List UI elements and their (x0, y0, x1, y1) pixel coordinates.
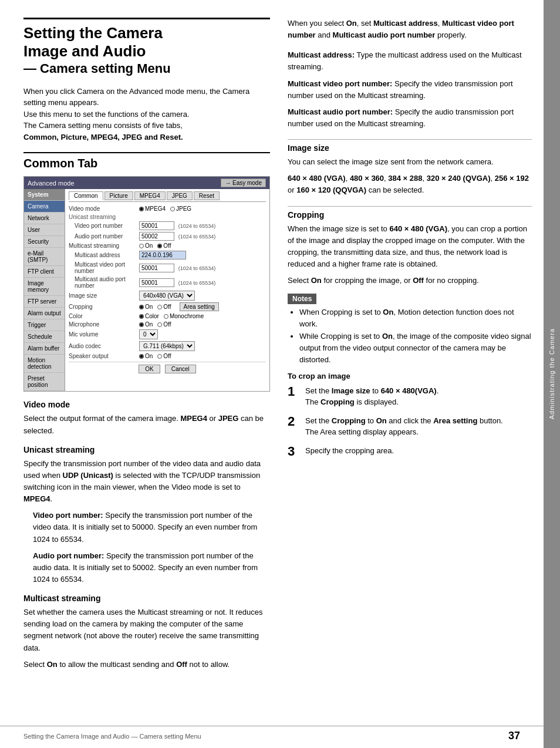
radio-monochrome[interactable]: Monochrome (164, 313, 204, 319)
page-number: 37 (508, 730, 520, 742)
multicast-video-port-desc: Multicast video port number: Specify the… (288, 78, 532, 102)
multicast-streaming-row: Multicast streaming On Off (69, 242, 266, 249)
footer-text: Setting the Camera Image and Audio — Cam… (23, 733, 201, 740)
radio-cropping-off[interactable]: Off (157, 304, 171, 310)
cropping-section: Cropping When the image size is set to 6… (288, 206, 532, 458)
tab-reset[interactable]: Reset (194, 191, 220, 200)
notes-list: When Cropping is set to On, Motion detec… (288, 306, 532, 366)
cropping-text2: Select On for cropping the image, or Off… (288, 275, 532, 287)
tab-mpeg4[interactable]: MPEG4 (134, 191, 166, 200)
camera-nav: System Camera Network User Security e-Ma… (24, 189, 65, 391)
left-column: Setting the Camera Image and Audio — Cam… (23, 18, 270, 736)
nav-alarm-output[interactable]: Alarm output (24, 308, 65, 319)
nav-schedule[interactable]: Schedule (24, 331, 65, 343)
cancel-button[interactable]: Cancel (165, 365, 196, 373)
multicast-video-port-row: Multicast video port number (1024 to 655… (69, 261, 266, 274)
video-mode-section: Video mode Select the output format of t… (23, 400, 270, 436)
notes-box: Notes When Cropping is set to On, Motion… (288, 294, 532, 366)
nav-motion-detection[interactable]: Motion detection (24, 355, 65, 373)
intro-text: When you click Camera on the Advanced mo… (23, 86, 270, 143)
nav-system[interactable]: System (24, 189, 65, 201)
multicast-video-port-input[interactable] (139, 264, 174, 272)
camera-footer: OK Cancel (69, 362, 266, 376)
radio-jpeg[interactable]: JPEG (170, 205, 191, 212)
unicast-text: Specify the transmission port number of … (23, 458, 270, 506)
camera-ui-mockup: Advanced mode → Easy mode System Camera … (23, 176, 270, 392)
nav-ftp-server[interactable]: FTP server (24, 296, 65, 308)
multicast-audio-port-row: Multicast audio port number (1024 to 655… (69, 276, 266, 289)
image-size-select[interactable]: 640x480 (VGA) (139, 291, 195, 301)
video-mode-row: Video mode MPEG4 JPEG (69, 205, 266, 212)
right-column: When you select On, set Multicast addres… (282, 18, 532, 736)
nav-camera[interactable]: Camera (24, 201, 65, 213)
notes-header: Notes (288, 294, 316, 304)
to-crop-heading: To crop an image (288, 372, 532, 380)
nav-user[interactable]: User (24, 224, 65, 236)
page-subtitle: — Camera setting Menu (23, 60, 270, 78)
audio-codec-row: Audio codec G.711 (64kbps) (69, 341, 266, 351)
side-tab: Administrating the Camera (544, 0, 560, 748)
step-2-content: Set the Cropping to On and click the Are… (305, 415, 532, 438)
step-3: 3 Specify the cropping area. (288, 445, 532, 458)
multicast-heading: Multicast streaming (23, 594, 270, 603)
radio-mpeg4[interactable]: MPEG4 (139, 205, 166, 212)
multicast-right-text: When you select On, set Multicast addres… (288, 18, 532, 41)
nav-ftp-client[interactable]: FTP client (24, 266, 65, 278)
area-setting-button[interactable]: Area setting (180, 302, 219, 311)
radio-speaker-off[interactable]: Off (157, 353, 171, 359)
side-tab-label: Administrating the Camera (548, 328, 555, 419)
multicast-audio-port-desc: Multicast audio port number: Specify the… (288, 106, 532, 130)
image-size-heading: Image size (288, 139, 532, 153)
tab-common[interactable]: Common (69, 191, 103, 200)
step-1: 1 Set the Image size to 640 × 480(VGA). … (288, 385, 532, 408)
nav-security[interactable]: Security (24, 236, 65, 248)
common-tab-heading: Common Tab (23, 152, 270, 170)
video-port-row: Video port number (1024 to 65534) (69, 221, 266, 230)
multicast-streaming-section: Multicast streaming Set whether the came… (23, 594, 270, 670)
nav-trigger[interactable]: Trigger (24, 319, 65, 331)
audio-codec-select[interactable]: G.711 (64kbps) (139, 341, 195, 351)
image-size-options: 640 × 480 (VGA), 480 × 360, 384 × 288, 3… (288, 173, 532, 196)
multicast-audio-port-input[interactable] (139, 278, 174, 287)
video-mode-heading: Video mode (23, 400, 270, 409)
radio-mic-off[interactable]: Off (157, 321, 171, 328)
radio-cropping-on[interactable]: On (139, 304, 153, 310)
radio-multicast-on[interactable]: On (139, 242, 153, 249)
nav-image-memory[interactable]: Image memory (24, 278, 65, 296)
note-item-2: While Cropping is set to On, the image o… (299, 331, 532, 366)
image-size-text: You can select the image size sent from … (288, 156, 532, 168)
image-size-section: Image size You can select the image size… (288, 139, 532, 196)
multicast-text1: Set whether the camera uses the Multicas… (23, 607, 270, 654)
tab-jpeg[interactable]: JPEG (167, 191, 193, 200)
mic-volume-select[interactable]: 0 (139, 329, 158, 339)
easy-mode-button[interactable]: → Easy mode (221, 178, 266, 187)
step-1-content: Set the Image size to 640 × 480(VGA). Th… (305, 385, 532, 408)
image-size-row: Image size 640x480 (VGA) (69, 291, 266, 301)
speaker-output-row: Speaker output On Off (69, 353, 266, 359)
radio-mic-on[interactable]: On (139, 321, 153, 328)
audio-port-input[interactable] (139, 232, 174, 241)
video-mode-options: MPEG4 JPEG (139, 205, 266, 212)
video-port-input[interactable] (139, 221, 174, 230)
note-item-1: When Cropping is set to On, Motion detec… (299, 306, 532, 330)
ok-button[interactable]: OK (139, 365, 160, 373)
step-3-content: Specify the cropping area. (305, 445, 532, 457)
unicast-streaming-section: Unicast streaming Specify the transmissi… (23, 445, 270, 585)
nav-alarm-buffer[interactable]: Alarm buffer (24, 343, 65, 355)
tab-picture[interactable]: Picture (104, 191, 133, 200)
cropping-row: Cropping On Off Area setting (69, 302, 266, 311)
page-title-main: Setting the Camera Image and Audio (23, 24, 270, 60)
radio-multicast-off[interactable]: Off (157, 242, 171, 249)
radio-color[interactable]: Color (139, 313, 159, 319)
microphone-row: Microphone On Off (69, 321, 266, 328)
radio-speaker-on[interactable]: On (139, 353, 153, 359)
color-row: Color Color Monochrome (69, 313, 266, 319)
nav-email[interactable]: e-Mail (SMTP) (24, 248, 65, 266)
camera-ui-header: Advanced mode → Easy mode (24, 177, 269, 189)
audio-port-row: Audio port number (1024 to 65534) (69, 232, 266, 241)
multicast-address-input[interactable] (139, 251, 186, 260)
nav-network[interactable]: Network (24, 213, 65, 224)
camera-main-panel: Common Picture MPEG4 JPEG Reset Video mo… (65, 189, 269, 391)
cropping-heading: Cropping (288, 206, 532, 220)
nav-preset-position[interactable]: Preset position (24, 373, 65, 391)
